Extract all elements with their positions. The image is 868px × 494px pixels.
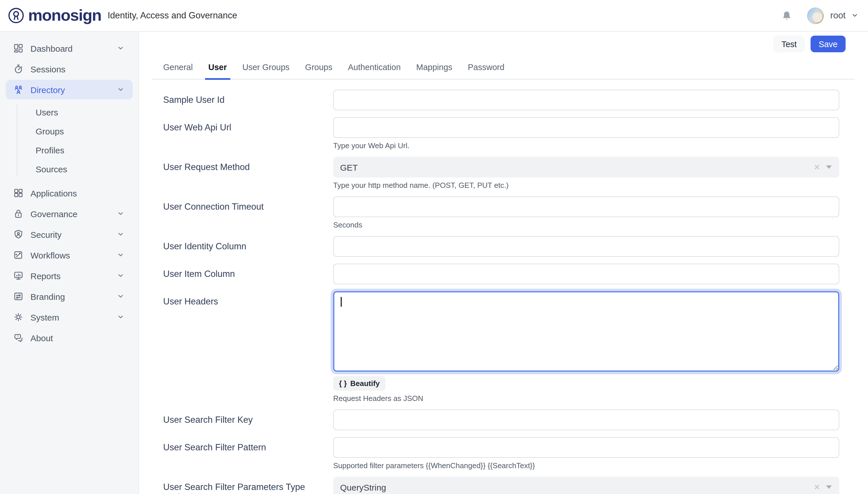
field-control-user-web-api-url: Type your Web Api Url. xyxy=(333,117,839,150)
chevron-down-icon xyxy=(117,251,125,259)
sidebar-item-label: Workflows xyxy=(31,250,70,260)
sidebar-item-label: Applications xyxy=(31,188,77,198)
form-row-user-identity-column: User Identity Column xyxy=(163,236,855,257)
directory-icon xyxy=(13,84,23,95)
field-control-user-headers: { }BeautifyRequest Headers as JSON xyxy=(333,291,839,403)
field-label-user-connection-timeout: User Connection Timeout xyxy=(163,196,333,229)
branding-icon xyxy=(13,291,23,302)
tab-user-groups[interactable]: User Groups xyxy=(243,60,290,79)
sidebar-item-reports[interactable]: Reports xyxy=(6,266,133,285)
user-web-api-url-input[interactable] xyxy=(333,117,839,138)
sidebar-item-about[interactable]: ?About xyxy=(6,328,133,347)
sidebar-item-label: Security xyxy=(31,229,61,239)
workflows-icon xyxy=(13,250,23,260)
sidebar-item-label: Directory xyxy=(31,85,65,95)
sidebar-item-label: Sessions xyxy=(31,64,65,74)
monosign-logo-icon xyxy=(8,7,24,23)
brand-tagline: Identity, Access and Governance xyxy=(108,10,237,21)
form-row-sample-user-id: Sample User Id xyxy=(163,90,855,110)
sidebar-item-system[interactable]: System xyxy=(6,307,133,327)
user-search-filter-pattern-input[interactable] xyxy=(333,437,839,458)
save-button[interactable]: Save xyxy=(811,36,846,52)
field-control-user-item-column xyxy=(333,264,839,284)
sidebar-item-sessions[interactable]: Sessions xyxy=(6,59,133,79)
tab-authentication[interactable]: Authentication xyxy=(348,60,401,79)
field-hint-user-search-filter-pattern: Supported filter parameters {{WhenChange… xyxy=(333,461,839,470)
user-search-filter-parameters-type-method-select[interactable]: QueryString✕ xyxy=(333,477,839,494)
chevron-down-icon xyxy=(117,44,125,52)
sidebar: DashboardSessionsDirectoryUsersGroupsPro… xyxy=(0,31,139,494)
field-label-user-search-filter-pattern: User Search Filter Pattern xyxy=(163,437,333,470)
field-label-user-request-method: User Request Method xyxy=(163,157,333,190)
brand-name: monosign xyxy=(28,6,101,25)
clear-selection-icon[interactable]: ✕ xyxy=(814,163,820,171)
field-control-user-connection-timeout: Seconds xyxy=(333,196,839,229)
chevron-down-icon xyxy=(117,292,125,300)
field-label-user-web-api-url: User Web Api Url xyxy=(163,117,333,150)
user-item-column-input[interactable] xyxy=(333,264,839,284)
user-identity-column-input[interactable] xyxy=(333,236,839,257)
sidebar-subitem-users[interactable]: Users xyxy=(0,103,138,121)
field-hint-user-web-api-url: Type your Web Api Url. xyxy=(333,141,839,150)
form-row-user-item-column: User Item Column xyxy=(163,264,855,284)
form-row-user-request-method: User Request MethodGET✕Type your http me… xyxy=(163,157,855,190)
sample-user-id-input[interactable] xyxy=(333,90,839,110)
username-label: root xyxy=(830,10,846,21)
sidebar-item-branding[interactable]: Branding xyxy=(6,287,133,306)
field-hint-user-request-method: Type your http method name. (POST, GET, … xyxy=(333,181,839,190)
field-control-user-search-filter-parameters-type-method: QueryString✕ xyxy=(333,477,839,494)
notifications-bell-icon[interactable] xyxy=(782,10,792,21)
field-control-user-identity-column xyxy=(333,236,839,257)
main-content: Test Save GeneralUserUser GroupsGroupsAu… xyxy=(139,31,868,494)
sidebar-item-applications[interactable]: Applications xyxy=(6,183,133,203)
user-menu-chevron-down-icon[interactable] xyxy=(851,12,859,20)
field-label-user-search-filter-key: User Search Filter Key xyxy=(163,410,333,430)
sidebar-item-directory[interactable]: Directory xyxy=(6,80,133,99)
sidebar-nav: DashboardSessionsDirectoryUsersGroupsPro… xyxy=(0,38,138,347)
field-label-user-identity-column: User Identity Column xyxy=(163,236,333,257)
user-avatar[interactable] xyxy=(807,7,824,24)
sidebar-subitem-groups[interactable]: Groups xyxy=(0,122,138,140)
beautify-button[interactable]: { }Beautify xyxy=(333,376,385,391)
field-control-user-search-filter-key xyxy=(333,410,839,430)
sidebar-subnav-directory: UsersGroupsProfilesSources xyxy=(0,103,138,178)
field-label-user-headers: User Headers xyxy=(163,291,333,403)
clear-selection-icon[interactable]: ✕ xyxy=(814,483,820,491)
security-icon xyxy=(13,229,23,240)
sidebar-item-label: Branding xyxy=(31,291,65,301)
user-connection-timeout-input[interactable] xyxy=(333,196,839,217)
sidebar-subitem-profiles[interactable]: Profiles xyxy=(0,141,138,159)
sidebar-subitem-sources[interactable]: Sources xyxy=(0,160,138,178)
caret-down-icon[interactable] xyxy=(826,486,832,489)
form-row-user-headers: User Headers{ }BeautifyRequest Headers a… xyxy=(163,291,855,403)
caret-down-icon[interactable] xyxy=(826,166,832,169)
user-request-method-select[interactable]: GET✕ xyxy=(333,157,839,177)
sidebar-item-governance[interactable]: Governance xyxy=(6,204,133,224)
field-label-user-item-column: User Item Column xyxy=(163,264,333,284)
form-row-user-search-filter-parameters-type-method: User Search Filter Parameters Type Metho… xyxy=(163,477,855,494)
beautify-label: Beautify xyxy=(350,379,380,388)
field-hint-user-connection-timeout: Seconds xyxy=(333,221,839,229)
tab-general[interactable]: General xyxy=(163,60,193,79)
form-row-user-search-filter-pattern: User Search Filter PatternSupported filt… xyxy=(163,437,855,470)
top-bar-right: root xyxy=(782,7,859,24)
tab-password[interactable]: Password xyxy=(468,60,504,79)
text-cursor xyxy=(341,297,342,307)
field-control-user-search-filter-pattern: Supported filter parameters {{WhenChange… xyxy=(333,437,839,470)
tab-groups[interactable]: Groups xyxy=(305,60,332,79)
chevron-down-icon xyxy=(117,313,125,321)
applications-icon xyxy=(13,188,23,198)
sidebar-item-workflows[interactable]: Workflows xyxy=(6,245,133,265)
user-search-filter-key-input[interactable] xyxy=(333,410,839,430)
test-button[interactable]: Test xyxy=(773,36,805,52)
tab-user[interactable]: User xyxy=(208,60,227,79)
form-row-user-connection-timeout: User Connection TimeoutSeconds xyxy=(163,196,855,229)
sidebar-item-security[interactable]: Security xyxy=(6,225,133,244)
top-bar: monosign Identity, Access and Governance… xyxy=(0,0,868,32)
textarea-wrap xyxy=(333,291,839,372)
sidebar-item-dashboard[interactable]: Dashboard xyxy=(6,38,133,58)
tab-mappings[interactable]: Mappings xyxy=(416,60,452,79)
user-headers-textarea[interactable] xyxy=(333,291,839,372)
chevron-down-icon xyxy=(117,272,125,280)
selected-value: GET xyxy=(340,162,358,172)
